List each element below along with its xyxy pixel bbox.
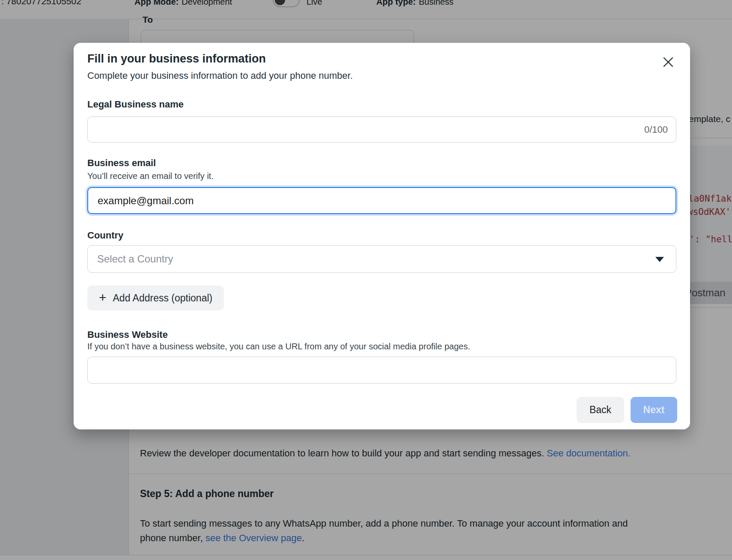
plus-icon: + xyxy=(99,291,107,304)
char-counter: 0/100 xyxy=(644,124,668,135)
email-input[interactable] xyxy=(87,187,676,214)
country-label: Country xyxy=(87,230,123,241)
add-address-button[interactable]: + Add Address (optional) xyxy=(87,286,224,310)
email-label: Business email xyxy=(87,158,156,169)
modal-subtitle: Complete your business information to ad… xyxy=(87,70,353,81)
website-input[interactable] xyxy=(87,357,676,384)
country-placeholder: Select a Country xyxy=(97,253,173,265)
email-helper: You’ll receive an email to verify it. xyxy=(87,171,214,181)
chevron-down-icon xyxy=(655,257,664,262)
legal-name-input[interactable] xyxy=(87,116,676,143)
website-label: Business Website xyxy=(87,329,168,340)
legal-name-label: Legal Business name xyxy=(87,99,184,110)
country-select[interactable]: Select a Country xyxy=(87,245,676,273)
close-icon[interactable] xyxy=(661,55,675,69)
add-address-label: Add Address (optional) xyxy=(113,292,213,304)
business-info-modal: Fill in your business information Comple… xyxy=(74,43,690,429)
screen: : 780207725105502 App Mode: Development … xyxy=(0,0,732,560)
website-helper: If you don’t have a business website, yo… xyxy=(87,342,470,351)
modal-title: Fill in your business information xyxy=(87,52,266,66)
next-button[interactable]: Next xyxy=(631,397,677,423)
back-button[interactable]: Back xyxy=(577,397,624,423)
